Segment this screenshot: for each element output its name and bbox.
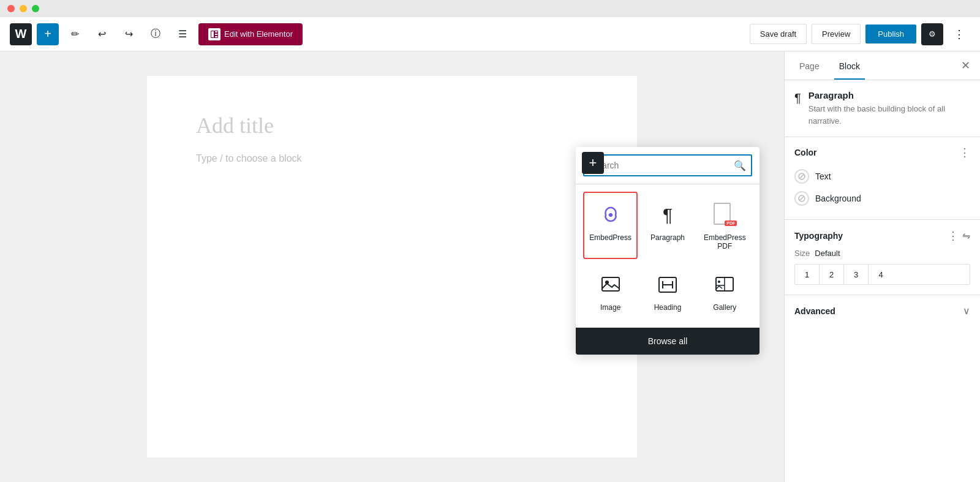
block-item-embedpress-pdf-label: EmbedPress PDF xyxy=(704,233,746,250)
fullscreen-window-btn[interactable] xyxy=(32,5,39,12)
font-size-4-button[interactable]: 4 xyxy=(869,265,893,284)
background-color-label: Background xyxy=(815,194,861,203)
block-item-heading-label: Heading xyxy=(654,303,682,312)
font-size-3-button[interactable]: 3 xyxy=(844,265,869,284)
plus-icon: + xyxy=(589,156,597,170)
tab-page[interactable]: Page xyxy=(794,51,824,80)
size-value: Default xyxy=(815,249,840,258)
block-info-text: Paragraph Start with the basic building … xyxy=(809,90,970,127)
close-window-btn[interactable] xyxy=(7,5,15,12)
save-draft-button[interactable]: Save draft xyxy=(750,24,807,44)
settings-button[interactable]: ⚙ xyxy=(921,23,943,45)
typography-section: Typography ⋮ ⇋ Size Default 1 2 3 4 xyxy=(785,220,980,295)
toolbar: W + ✏ ↩ ↪ ⓘ ☰ Edit with Elementor Save d… xyxy=(0,17,980,51)
size-label: Size xyxy=(794,249,810,258)
toolbar-right-actions: Save draft Preview Publish ⚙ ⋮ xyxy=(750,23,970,45)
panel-close-button[interactable]: ✕ xyxy=(961,51,970,80)
info-button[interactable]: ⓘ xyxy=(145,23,167,45)
svg-point-12 xyxy=(718,281,720,283)
edit-with-elementor-button[interactable]: Edit with Elementor xyxy=(198,23,303,45)
more-options-button[interactable]: ⋮ xyxy=(948,23,970,45)
typography-section-header: Typography ⋮ ⇋ xyxy=(794,230,970,241)
color-section-more-button[interactable]: ⋮ xyxy=(959,147,970,158)
embedpress-icon xyxy=(596,200,625,230)
block-item-image-label: Image xyxy=(600,303,620,312)
svg-line-14 xyxy=(800,175,804,178)
preview-button[interactable]: Preview xyxy=(812,24,861,44)
minimize-window-btn[interactable] xyxy=(20,5,27,12)
tools-icon: ☰ xyxy=(178,28,187,40)
typography-controls: ⋮ ⇋ xyxy=(948,230,970,241)
search-input-wrapper: 🔍 xyxy=(583,154,752,176)
panel-tabs: Page Block ✕ xyxy=(785,51,980,80)
text-color-row: Text xyxy=(794,165,970,187)
background-color-row: Background xyxy=(794,187,970,209)
block-item-embedpress[interactable]: EmbedPress xyxy=(583,192,638,259)
title-bar xyxy=(0,0,980,17)
editor-content-area[interactable]: Add title Type / to choose a block xyxy=(147,76,637,458)
block-item-image[interactable]: Image xyxy=(583,262,638,320)
block-inserter-popup: 🔍 EmbedPress ¶ Paragraph xyxy=(576,147,760,355)
elementor-button-label: Edit with Elementor xyxy=(224,29,293,39)
svg-point-5 xyxy=(609,213,612,217)
typography-section-title: Typography xyxy=(794,231,843,241)
plus-icon: + xyxy=(44,27,51,41)
block-item-paragraph[interactable]: ¶ Paragraph xyxy=(640,192,695,259)
elementor-icon xyxy=(208,28,221,40)
advanced-section: Advanced ∨ xyxy=(785,295,980,326)
block-item-embedpress-pdf[interactable]: PDF EmbedPress PDF xyxy=(698,192,752,259)
font-size-1-button[interactable]: 1 xyxy=(795,265,820,284)
tab-block[interactable]: Block xyxy=(834,51,865,80)
block-item-gallery-label: Gallery xyxy=(713,303,736,312)
block-item-embedpress-label: EmbedPress xyxy=(589,233,631,242)
tools-button[interactable]: ☰ xyxy=(172,23,194,45)
font-size-buttons: 1 2 3 4 xyxy=(794,264,970,285)
font-size-2-button[interactable]: 2 xyxy=(820,265,844,284)
font-size-row: Size Default xyxy=(794,249,970,258)
search-submit-button[interactable]: 🔍 xyxy=(734,160,746,171)
redo-button[interactable]: ↪ xyxy=(118,23,140,45)
wp-logo[interactable]: W xyxy=(10,23,32,45)
add-block-toolbar-button[interactable]: + xyxy=(37,23,59,45)
svg-rect-3 xyxy=(215,34,217,35)
ellipsis-icon: ⋮ xyxy=(954,28,965,41)
edit-pencil-button[interactable]: ✏ xyxy=(64,23,86,45)
advanced-section-title: Advanced xyxy=(794,306,835,316)
block-search-input[interactable] xyxy=(584,156,751,175)
sliders-icon: ⇋ xyxy=(962,230,970,241)
color-section-header: Color ⋮ xyxy=(794,147,970,158)
typography-more-button[interactable]: ⋮ xyxy=(948,230,959,241)
svg-rect-2 xyxy=(215,31,217,32)
pencil-icon: ✏ xyxy=(71,28,79,40)
publish-button[interactable]: Publish xyxy=(865,24,916,43)
gallery-icon xyxy=(710,270,739,299)
typography-settings-button[interactable]: ⇋ xyxy=(962,230,970,241)
block-item-gallery[interactable]: Gallery xyxy=(698,262,752,320)
right-panel: Page Block ✕ ¶ Paragraph Start with the … xyxy=(784,51,980,482)
redo-icon: ↪ xyxy=(125,28,133,40)
svg-line-16 xyxy=(800,197,804,200)
search-icon: 🔍 xyxy=(734,160,746,171)
block-item-heading[interactable]: Heading xyxy=(640,262,695,320)
floating-add-block-button[interactable]: + xyxy=(582,152,604,174)
info-icon: ⓘ xyxy=(151,28,160,40)
color-section: Color ⋮ Text Background xyxy=(785,137,980,220)
browse-all-button[interactable]: Browse all xyxy=(576,328,760,355)
svg-rect-4 xyxy=(215,36,217,37)
block-info-section: ¶ Paragraph Start with the basic buildin… xyxy=(785,80,980,137)
block-name: Paragraph xyxy=(809,90,970,100)
post-title-placeholder[interactable]: Add title xyxy=(196,113,588,138)
color-section-title: Color xyxy=(794,148,817,157)
close-icon: ✕ xyxy=(961,59,970,72)
block-item-paragraph-label: Paragraph xyxy=(650,233,685,242)
content-placeholder[interactable]: Type / to choose a block xyxy=(196,153,588,164)
background-color-picker[interactable] xyxy=(794,191,809,206)
gear-icon: ⚙ xyxy=(929,29,936,39)
heading-icon xyxy=(653,270,682,299)
paragraph-block-icon: ¶ xyxy=(794,90,801,105)
undo-icon: ↩ xyxy=(98,28,106,40)
image-icon xyxy=(596,270,625,299)
text-color-picker[interactable] xyxy=(794,169,809,184)
advanced-section-header[interactable]: Advanced ∨ xyxy=(794,305,970,317)
undo-button[interactable]: ↩ xyxy=(91,23,113,45)
